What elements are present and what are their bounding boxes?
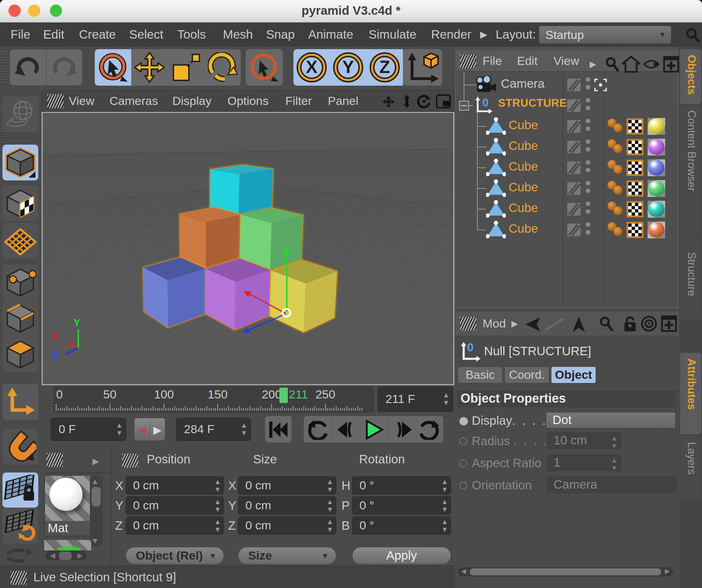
svg-text:X: X bbox=[52, 330, 59, 342]
svg-text:X: X bbox=[306, 57, 317, 77]
svg-text:0: 0 bbox=[467, 342, 474, 354]
svg-text:Z: Z bbox=[379, 57, 390, 77]
svg-text:0: 0 bbox=[482, 96, 489, 109]
svg-text:Y: Y bbox=[73, 317, 80, 328]
svg-text:Z: Z bbox=[52, 349, 58, 361]
svg-text:Y: Y bbox=[342, 57, 354, 77]
